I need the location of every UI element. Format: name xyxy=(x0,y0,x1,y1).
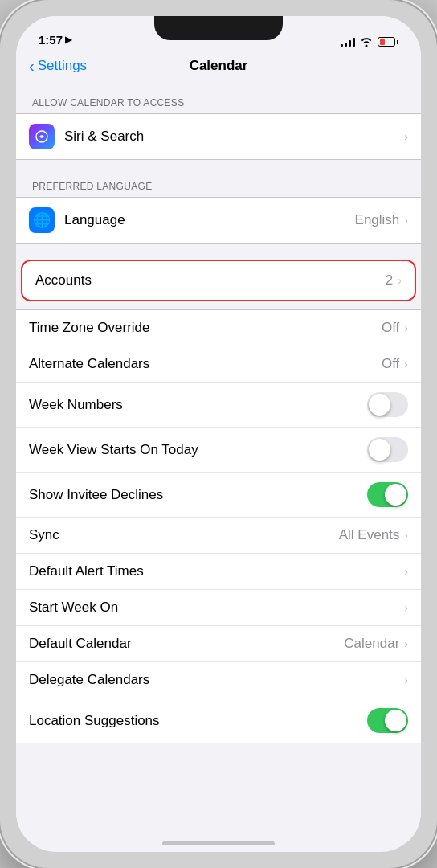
location-suggestions-label: Location Suggestions xyxy=(29,713,367,729)
signal-bars xyxy=(341,37,355,47)
start-week-chevron: › xyxy=(404,601,408,614)
accounts-label: Accounts xyxy=(35,272,386,289)
sync-label: Sync xyxy=(29,527,339,543)
timezone-row[interactable]: Time Zone Override Off › xyxy=(16,310,421,346)
timezone-value: Off xyxy=(382,320,399,336)
default-calendar-row[interactable]: Default Calendar Calendar › xyxy=(16,626,421,662)
back-chevron: ‹ xyxy=(29,57,35,76)
sync-value: All Events xyxy=(339,527,400,543)
preferred-language-section: PREFERRED LANGUAGE 🌐 Language English › xyxy=(16,168,421,244)
status-time: 1:57 ▶ xyxy=(39,33,71,47)
settings-content: ALLOW CALENDAR TO ACCESS Siri & Search › xyxy=(16,84,421,841)
signal-bar-2 xyxy=(345,43,347,47)
home-indicator xyxy=(162,841,275,845)
wifi-icon xyxy=(360,37,373,47)
siri-icon-svg xyxy=(34,129,50,145)
calendar-settings-group: Time Zone Override Off › Alternate Calen… xyxy=(16,309,421,743)
week-view-starts-toggle-knob xyxy=(369,439,390,461)
alternate-calendars-label: Alternate Calendars xyxy=(29,356,382,372)
default-calendar-chevron: › xyxy=(404,637,408,650)
sync-chevron: › xyxy=(404,529,408,542)
show-invitee-label: Show Invitee Declines xyxy=(29,487,367,503)
preferred-language-label: PREFERRED LANGUAGE xyxy=(16,168,421,197)
week-numbers-toggle[interactable] xyxy=(367,392,408,417)
allow-access-group: Siri & Search › xyxy=(16,113,421,160)
back-button[interactable]: ‹ Settings xyxy=(29,57,87,76)
week-numbers-toggle-knob xyxy=(369,394,390,416)
location-suggestions-toggle-knob xyxy=(385,710,406,731)
siri-search-row[interactable]: Siri & Search › xyxy=(16,114,421,159)
siri-icon xyxy=(29,124,55,149)
show-invitee-toggle-knob xyxy=(385,484,406,506)
sync-row[interactable]: Sync All Events › xyxy=(16,518,421,554)
spacer-2 xyxy=(16,301,421,309)
signal-bar-1 xyxy=(341,44,343,47)
default-alert-row[interactable]: Default Alert Times › xyxy=(16,554,421,590)
language-row[interactable]: 🌐 Language English › xyxy=(16,198,421,243)
alternate-calendars-value: Off xyxy=(382,356,399,372)
nav-header: ‹ Settings Calendar xyxy=(16,51,421,84)
signal-bar-3 xyxy=(349,40,351,47)
back-label[interactable]: Settings xyxy=(38,58,87,74)
timezone-label: Time Zone Override xyxy=(29,320,382,336)
accounts-wrapper: Accounts 2 › xyxy=(21,260,416,301)
alternate-calendars-row[interactable]: Alternate Calendars Off › xyxy=(16,346,421,383)
timezone-chevron: › xyxy=(404,321,408,334)
siri-search-label: Siri & Search xyxy=(64,129,404,145)
delegate-calendars-row[interactable]: Delegate Calendars › xyxy=(16,662,421,698)
delegate-calendars-label: Delegate Calendars xyxy=(29,672,404,688)
location-suggestions-toggle[interactable] xyxy=(367,708,408,733)
time-display: 1:57 xyxy=(39,33,63,47)
phone-frame: 1:57 ▶ xyxy=(0,0,437,868)
phone-screen: 1:57 ▶ xyxy=(16,16,421,852)
location-suggestions-row[interactable]: Location Suggestions xyxy=(16,698,421,743)
allow-access-section: ALLOW CALENDAR TO ACCESS Siri & Search › xyxy=(16,84,421,160)
start-week-label: Start Week On xyxy=(29,600,404,616)
spacer-1 xyxy=(16,252,421,260)
signal-bar-4 xyxy=(353,38,355,47)
week-view-starts-label: Week View Starts On Today xyxy=(29,442,367,458)
default-alert-chevron: › xyxy=(404,565,408,578)
allow-access-label: ALLOW CALENDAR TO ACCESS xyxy=(16,84,421,113)
accounts-value: 2 xyxy=(386,272,393,289)
start-week-row[interactable]: Start Week On › xyxy=(16,590,421,626)
language-chevron: › xyxy=(404,214,408,227)
default-calendar-label: Default Calendar xyxy=(29,636,344,652)
week-numbers-label: Week Numbers xyxy=(29,397,367,413)
accounts-chevron: › xyxy=(398,274,402,287)
language-icon: 🌐 xyxy=(29,207,55,233)
default-calendar-value: Calendar xyxy=(344,636,399,652)
page-title: Calendar xyxy=(190,58,248,74)
accounts-row[interactable]: Accounts 2 › xyxy=(21,260,416,301)
show-invitee-row[interactable]: Show Invitee Declines xyxy=(16,473,421,518)
status-icons xyxy=(341,37,398,47)
language-value: English xyxy=(355,212,400,228)
preferred-language-group: 🌐 Language English › xyxy=(16,197,421,244)
week-numbers-row[interactable]: Week Numbers xyxy=(16,383,421,428)
battery-icon xyxy=(378,37,398,47)
language-label: Language xyxy=(64,212,355,228)
alternate-calendars-chevron: › xyxy=(404,358,408,371)
delegate-calendars-chevron: › xyxy=(404,674,408,686)
siri-chevron: › xyxy=(404,130,408,143)
week-view-starts-toggle[interactable] xyxy=(367,437,408,462)
week-view-starts-row[interactable]: Week View Starts On Today xyxy=(16,428,421,473)
location-icon: ▶ xyxy=(65,35,71,45)
default-alert-label: Default Alert Times xyxy=(29,563,404,579)
show-invitee-toggle[interactable] xyxy=(367,482,408,507)
notch xyxy=(154,16,283,40)
